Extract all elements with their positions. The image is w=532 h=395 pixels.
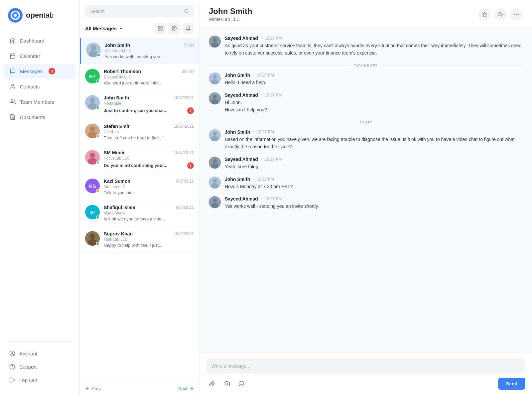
conversation-item[interactable]: John Smith 10/07/2021 RedApple Just to c… xyxy=(80,90,199,119)
svg-point-44 xyxy=(518,14,518,14)
message-preview: Just to confirm, can you shar... xyxy=(104,108,167,113)
calendar-icon xyxy=(9,53,16,59)
conversation-item[interactable]: Suprov Khan 10/07/2021 FizerLab LLC Happ… xyxy=(80,226,199,253)
message-time: 9/07/2021 xyxy=(176,205,194,210)
conversation-item[interactable]: SI Shafiqul Islam 9/07/2021 4Line Media … xyxy=(80,200,199,226)
logo: opentab xyxy=(0,8,79,33)
sidebar-item-dashboard[interactable]: Dashboard xyxy=(4,33,75,48)
search-bar xyxy=(80,0,199,20)
sidebar-item-team[interactable]: Team Members xyxy=(4,94,75,109)
sender-avatar xyxy=(209,36,221,48)
more-options-button[interactable] xyxy=(510,8,523,21)
avatar-wrap xyxy=(85,150,100,165)
message-bubble: John Smith • 10:27 PM How is Monday at 7… xyxy=(225,177,523,191)
settings-button[interactable] xyxy=(169,23,180,34)
message-row: Sayeed Ahmad • 10:27 PM Yeah, sure thing… xyxy=(209,157,523,171)
svg-point-23 xyxy=(91,45,96,51)
date-label: YESTERDAY xyxy=(354,63,377,67)
message-bubble: Sayeed Ahmad • 10:27 PM Hi John, How can… xyxy=(225,92,523,113)
conversation-item[interactable]: SM Monir 10/07/2021 FocusLab LLC Do you … xyxy=(80,145,199,174)
message-time: 9/07/2021 xyxy=(176,179,194,184)
message-preview: We need just a bit more infor... xyxy=(104,80,194,85)
message-text: As good as your customer service team is… xyxy=(225,42,523,57)
sidebar-item-contacts[interactable]: Contacts xyxy=(4,79,75,94)
add-contact-button[interactable] xyxy=(494,8,507,21)
chat-toolbar: Send xyxy=(206,378,525,390)
compose-button[interactable] xyxy=(155,23,166,34)
message-preview: Yes works well - sending you... xyxy=(105,54,194,59)
message-text: Based on the information you have given,… xyxy=(225,136,523,150)
message-time: 10/07/2021 xyxy=(174,124,194,129)
svg-point-62 xyxy=(213,179,217,183)
filter-label: All Messages xyxy=(85,26,117,31)
message-content: Shafiqul Islam 9/07/2021 4Line Media Is … xyxy=(104,205,194,221)
home-icon xyxy=(9,37,16,44)
next-button[interactable]: Next xyxy=(178,386,194,391)
sidebar-item-messages[interactable]: Messages 3 xyxy=(4,64,75,78)
sender-avatar xyxy=(209,157,221,169)
logout-label: Log Out xyxy=(19,377,37,383)
avatar-wrap: RT xyxy=(85,69,100,83)
message-row: John Smith • 10:27 PM How is Monday at 7… xyxy=(209,177,523,191)
sidebar-label-contacts: Contacts xyxy=(20,84,40,89)
message-time: 10:27 PM xyxy=(265,93,282,97)
message-time: 10:27 PM xyxy=(257,130,274,134)
svg-point-29 xyxy=(90,126,95,132)
send-button[interactable]: Send xyxy=(498,378,525,390)
sidebar-item-account[interactable]: Account xyxy=(4,347,75,360)
camera-button[interactable] xyxy=(221,378,233,390)
contact-company: RedApple xyxy=(104,101,194,106)
star-button[interactable] xyxy=(478,8,491,21)
conversation-item[interactable]: Stefen Emir 10/07/2021 Userhub That stuf… xyxy=(80,119,199,145)
svg-point-15 xyxy=(185,9,188,13)
filter-button[interactable]: All Messages xyxy=(85,26,123,31)
svg-point-57 xyxy=(211,136,218,141)
message-input-box[interactable] xyxy=(206,358,525,374)
chat-header-actions xyxy=(478,8,523,21)
svg-rect-17 xyxy=(158,26,160,28)
svg-rect-3 xyxy=(10,54,15,59)
unread-badge: 1 xyxy=(187,162,194,169)
conversation-item[interactable]: RT Robert Thomson 39 min ElegantDiv LLC … xyxy=(80,64,199,90)
svg-point-60 xyxy=(211,163,218,169)
message-input[interactable] xyxy=(211,363,520,369)
messages-header: All Messages xyxy=(80,20,199,38)
message-content: John Smith 5 min WinterLab LLC Yes works… xyxy=(105,43,194,59)
unread-badge: 2 xyxy=(187,107,194,114)
contact-company: ElegantDiv LLC xyxy=(104,75,194,79)
date-divider-today: TODAY xyxy=(209,120,523,124)
message-row: Sayeed Ahmad • 10:27 PM As good as your … xyxy=(209,36,523,57)
search-input[interactable] xyxy=(90,9,181,14)
message-text: Hello! I need a help. xyxy=(225,79,523,86)
svg-line-16 xyxy=(188,12,189,13)
svg-point-8 xyxy=(11,99,13,101)
message-preview: Do you mind confirming your... xyxy=(104,163,167,168)
sidebar-item-support[interactable]: Support xyxy=(4,360,75,373)
svg-point-68 xyxy=(239,381,244,386)
prev-button[interactable]: Prev xyxy=(85,386,101,391)
sidebar-item-logout[interactable]: Log Out xyxy=(4,374,75,386)
sidebar-label-documents: Documents xyxy=(20,114,45,120)
sidebar-item-documents[interactable]: Documents xyxy=(4,110,75,124)
tool-buttons xyxy=(206,378,247,390)
contact-name: Kazi Sumon xyxy=(104,179,130,184)
conversation-item[interactable]: KS Kazi Sumon 9/07/2021 MatLab LLC Talk … xyxy=(80,174,199,200)
message-bubble: Sayeed Ahmad • 10:27 PM Yeah, sure thing… xyxy=(225,157,523,171)
svg-rect-20 xyxy=(161,29,162,30)
conversation-item[interactable]: John Smith 5 min WinterLab LLC Yes works… xyxy=(80,38,199,64)
svg-point-56 xyxy=(213,132,217,136)
search-wrap[interactable] xyxy=(85,5,194,17)
attachment-button[interactable] xyxy=(206,378,218,390)
svg-point-66 xyxy=(211,203,218,208)
sidebar-item-calendar[interactable]: Calender xyxy=(4,49,75,63)
status-dot xyxy=(96,134,99,138)
avatar-wrap: KS xyxy=(85,179,100,193)
svg-point-43 xyxy=(516,14,516,14)
notifications-button[interactable] xyxy=(183,23,194,34)
emoji-button[interactable] xyxy=(235,378,247,390)
svg-point-63 xyxy=(211,183,218,189)
message-content: John Smith 10/07/2021 RedApple Just to c… xyxy=(104,95,194,114)
message-bubble: Sayeed Ahmad • 10:27 PM Yes works well -… xyxy=(225,196,523,210)
contact-name: John Smith xyxy=(105,43,130,48)
chat-contact-company: WinterLab LLC xyxy=(209,17,252,22)
